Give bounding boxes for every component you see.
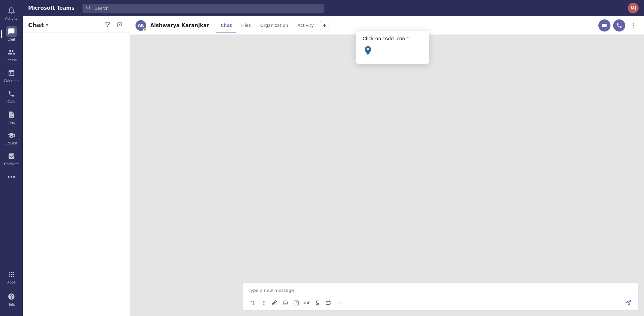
sidebar-label-calendar: Calendar	[4, 79, 19, 83]
gif-button[interactable]: GIF	[302, 298, 312, 308]
svg-point-9	[633, 25, 634, 25]
sidebar-label-onenote: OneNote	[4, 162, 19, 166]
sidebar-item-more[interactable]	[1, 169, 21, 185]
input-toolbar: !	[249, 296, 633, 308]
sidebar-item-files[interactable]: Files	[1, 107, 21, 127]
tooltip-location-icon	[363, 45, 422, 58]
search-bar	[83, 4, 324, 13]
chat-dropdown-icon[interactable]: ▾	[46, 22, 48, 27]
praise-button[interactable]	[313, 298, 322, 308]
svg-point-17	[339, 303, 340, 304]
sidebar-top: Activity Chat Teams	[1, 3, 21, 266]
user-avatar[interactable]: MJ	[628, 3, 639, 13]
app-header: Microsoft Teams MJ	[23, 0, 644, 16]
sidebar-label-activity: Activity	[5, 17, 17, 21]
sidebar-item-apps[interactable]: Apps	[1, 266, 21, 287]
loop-button[interactable]	[324, 298, 333, 308]
sidebar-item-activity[interactable]: Activity	[1, 3, 21, 23]
filter-button[interactable]	[103, 20, 112, 29]
header-actions	[598, 19, 639, 31]
sidebar-item-help[interactable]: Help	[1, 289, 21, 309]
important-button[interactable]: !	[259, 298, 269, 308]
contact-avatar: AK	[136, 20, 146, 31]
teams-icon	[6, 47, 17, 58]
sidebar-label-edcast: EdCast	[6, 141, 17, 145]
sidebar-item-edcast[interactable]: EdCast	[1, 127, 21, 148]
search-icon	[86, 5, 91, 11]
sidebar-label-chat: Chat	[7, 38, 15, 42]
activity-icon	[6, 5, 17, 16]
tab-files[interactable]: Files	[236, 17, 256, 33]
svg-point-11	[283, 301, 287, 305]
sidebar: Activity Chat Teams	[0, 0, 23, 316]
video-call-button[interactable]	[598, 19, 610, 31]
files-icon	[6, 109, 17, 120]
chat-list-header: Chat ▾	[23, 16, 130, 33]
conversation-area: AK Aishwarya Karanjkar Chat Files Organi…	[130, 16, 644, 316]
chat-icon	[6, 26, 17, 37]
send-button[interactable]	[624, 298, 633, 308]
main-area: Chat ▾ AK	[23, 16, 644, 316]
help-icon	[6, 291, 17, 302]
search-input[interactable]	[83, 4, 324, 13]
new-chat-button[interactable]	[115, 20, 124, 29]
more-icon	[6, 172, 17, 182]
sidebar-label-teams: Teams	[6, 58, 17, 62]
chat-list-panel: Chat ▾	[23, 16, 130, 316]
message-input-area: !	[243, 282, 639, 311]
add-tab-button[interactable]: +	[320, 21, 329, 30]
chat-panel-title: Chat ▾	[28, 21, 48, 28]
tab-chat[interactable]: Chat	[216, 17, 236, 33]
svg-point-16	[337, 303, 338, 304]
svg-point-15	[316, 301, 319, 303]
conversation-body	[130, 35, 644, 316]
sidebar-label-files: Files	[8, 121, 15, 125]
sidebar-label-apps: Apps	[7, 280, 16, 285]
attach-button[interactable]	[270, 298, 279, 308]
svg-point-18	[341, 303, 342, 304]
message-input[interactable]	[249, 288, 633, 293]
sidebar-item-calendar[interactable]: Calendar	[1, 65, 21, 86]
svg-point-2	[13, 176, 15, 178]
emoji-button[interactable]	[281, 298, 290, 308]
svg-point-0	[8, 176, 10, 178]
sidebar-item-calls[interactable]: Calls	[1, 86, 21, 107]
onenote-icon	[6, 151, 17, 162]
format-button[interactable]	[249, 298, 258, 308]
audio-call-button[interactable]	[613, 19, 625, 31]
sidebar-item-teams[interactable]: Teams	[1, 44, 21, 65]
sidebar-bottom: Apps Help	[1, 266, 21, 313]
svg-point-3	[87, 6, 90, 9]
more-options-button[interactable]	[628, 20, 639, 31]
svg-marker-5	[105, 23, 110, 27]
calls-icon	[6, 88, 17, 99]
sidebar-item-onenote[interactable]: OneNote	[1, 148, 21, 169]
app-title: Microsoft Teams	[28, 5, 74, 11]
conversation-tabs: Chat Files Organization Activity +	[216, 17, 329, 33]
chat-actions	[103, 20, 124, 29]
svg-line-4	[89, 8, 90, 9]
svg-point-1	[11, 176, 12, 178]
sidebar-label-help: Help	[8, 303, 15, 307]
sidebar-label-calls: Calls	[7, 100, 15, 104]
sticker-button[interactable]	[291, 298, 301, 308]
apps-icon	[6, 269, 17, 280]
contact-name: Aishwarya Karanjkar	[150, 22, 209, 28]
more-toolbar-button[interactable]	[334, 298, 344, 308]
sidebar-item-chat[interactable]: Chat	[1, 23, 21, 44]
online-status-dot	[143, 28, 147, 31]
edcast-icon	[6, 130, 17, 141]
tab-organization[interactable]: Organization	[256, 17, 293, 33]
tooltip-popup: Click on "Add icon "	[356, 30, 429, 64]
svg-point-10	[633, 27, 634, 27]
active-indicator	[1, 30, 2, 38]
svg-point-8	[633, 23, 634, 24]
tooltip-text: Click on "Add icon "	[363, 36, 422, 41]
tab-activity[interactable]: Activity	[293, 17, 319, 33]
header-right: MJ	[628, 3, 639, 13]
calendar-icon	[6, 68, 17, 78]
